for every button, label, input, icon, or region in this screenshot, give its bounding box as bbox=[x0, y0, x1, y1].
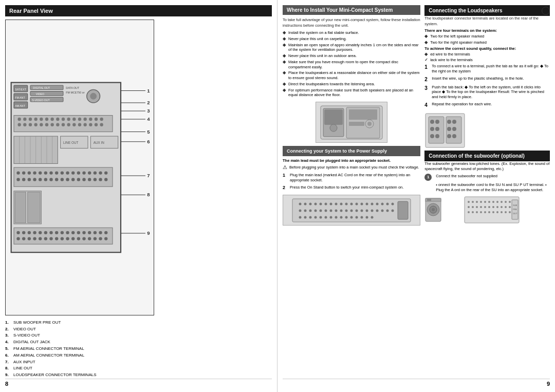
svg-point-69 bbox=[49, 171, 52, 174]
svg-point-247 bbox=[501, 201, 503, 203]
connect-achieve-text: To achieve the correct sound quality, co… bbox=[424, 46, 550, 51]
svg-point-90 bbox=[71, 178, 75, 181]
legend-item-6: 6. AM AERIAL CONNECTOR TERMINAL bbox=[5, 352, 154, 359]
bullet-8: ◆ For optimum performance make sure that… bbox=[283, 88, 420, 98]
svg-point-183 bbox=[304, 209, 307, 212]
svg-point-81 bbox=[22, 178, 25, 181]
svg-point-118 bbox=[16, 237, 20, 240]
svg-point-168 bbox=[325, 202, 327, 205]
svg-point-167 bbox=[320, 202, 322, 205]
power-step-2: 2 Press the On Stand button to switch yo… bbox=[283, 185, 420, 191]
power-warning: ⚠ Before plugging your system into a mai… bbox=[283, 165, 420, 170]
svg-point-24 bbox=[50, 118, 53, 121]
svg-point-102 bbox=[22, 231, 25, 234]
bullet-1: ◆ Install the system on a flat stable su… bbox=[283, 30, 420, 35]
svg-rect-100 bbox=[14, 228, 113, 244]
power-image-svg bbox=[290, 196, 413, 225]
diagram-column: SAT/EXT FM ANT AM ANT DIGITAL OUT VIDEO … bbox=[5, 20, 154, 379]
svg-point-191 bbox=[345, 209, 348, 212]
svg-point-269 bbox=[501, 211, 503, 213]
svg-point-211 bbox=[350, 216, 353, 218]
bullet-7: ◆ Direct the loudspeakers towards the li… bbox=[283, 82, 420, 87]
svg-point-185 bbox=[314, 209, 317, 212]
svg-point-261 bbox=[468, 211, 470, 213]
svg-point-161 bbox=[367, 122, 372, 126]
svg-rect-216 bbox=[398, 201, 408, 219]
svg-point-199 bbox=[386, 209, 389, 212]
svg-point-32 bbox=[95, 118, 98, 121]
svg-text:1: 1 bbox=[147, 88, 150, 94]
svg-point-106 bbox=[44, 231, 47, 234]
sub-step-2-spacer bbox=[424, 182, 434, 193]
svg-point-188 bbox=[330, 209, 332, 212]
subwoofer-conn-svg: SUB PRE OUT bbox=[464, 196, 520, 224]
connect-step-3: 3 Push the tab back: ◆ To the left on th… bbox=[424, 85, 550, 100]
svg-text:FM MCE750 or: FM MCE750 or bbox=[66, 91, 84, 94]
col-middle: Where to Install Your Mini-Compact Syste… bbox=[283, 5, 420, 379]
svg-point-80 bbox=[16, 178, 20, 181]
power-section-header: Connecting your System to the Power Supp… bbox=[283, 146, 420, 156]
svg-point-267 bbox=[492, 211, 494, 213]
svg-point-180 bbox=[386, 202, 389, 205]
svg-point-132 bbox=[94, 237, 97, 240]
svg-point-104 bbox=[33, 231, 36, 234]
svg-point-119 bbox=[22, 237, 25, 240]
svg-point-195 bbox=[366, 209, 368, 212]
svg-point-96 bbox=[104, 178, 107, 181]
svg-point-133 bbox=[99, 237, 102, 240]
svg-point-101 bbox=[16, 231, 20, 234]
svg-point-164 bbox=[304, 202, 307, 205]
svg-text:SAT/EXT: SAT/EXT bbox=[15, 88, 27, 91]
svg-point-37 bbox=[34, 123, 37, 126]
svg-point-94 bbox=[94, 178, 97, 181]
legend-item-8: 8. LINE OUT bbox=[5, 365, 154, 372]
legend-item-1: 1. SUB WOOFER PRE OUT bbox=[5, 320, 154, 326]
svg-point-124 bbox=[49, 237, 52, 240]
svg-point-262 bbox=[472, 211, 474, 213]
svg-point-212 bbox=[356, 216, 358, 218]
svg-point-221 bbox=[435, 120, 439, 124]
svg-rect-238 bbox=[465, 197, 519, 223]
svg-point-63 bbox=[16, 171, 20, 174]
connect-bullet-1: ◆ Two for the left speaker marked bbox=[424, 34, 550, 39]
warning-icon: ⚠ bbox=[283, 164, 287, 170]
svg-point-110 bbox=[66, 231, 69, 234]
svg-point-179 bbox=[381, 202, 384, 205]
svg-point-243 bbox=[484, 201, 486, 203]
svg-point-107 bbox=[49, 231, 52, 234]
svg-point-202 bbox=[304, 216, 307, 218]
svg-point-78 bbox=[99, 171, 102, 174]
svg-point-92 bbox=[82, 178, 85, 181]
svg-point-38 bbox=[40, 123, 43, 126]
svg-point-176 bbox=[366, 202, 368, 205]
bullet-2: ◆ Never place this unit on carpeting. bbox=[283, 36, 420, 42]
svg-point-265 bbox=[484, 211, 486, 213]
svg-point-29 bbox=[78, 118, 81, 121]
svg-point-165 bbox=[309, 202, 312, 205]
svg-point-73 bbox=[71, 171, 75, 174]
subwoofer-images: SUB PRE OUT bbox=[424, 196, 550, 224]
svg-point-42 bbox=[62, 123, 65, 126]
svg-point-252 bbox=[476, 206, 478, 208]
svg-point-255 bbox=[488, 206, 490, 208]
wire-bullet-1: ◆ ed wire to the terminals bbox=[424, 52, 550, 57]
svg-point-209 bbox=[340, 216, 343, 218]
svg-point-178 bbox=[376, 202, 379, 205]
sub-step-1-num: 1 bbox=[424, 174, 432, 181]
svg-rect-99 bbox=[28, 192, 41, 223]
svg-point-215 bbox=[371, 216, 374, 218]
circle-indicator-icon bbox=[542, 7, 550, 15]
svg-point-222 bbox=[447, 120, 451, 124]
svg-text:S-VIDEO OUT: S-VIDEO OUT bbox=[32, 99, 50, 102]
svg-point-173 bbox=[350, 202, 353, 205]
svg-rect-9 bbox=[30, 91, 63, 96]
speaker-terminal-images bbox=[424, 113, 550, 148]
page-footer-left: 8 bbox=[5, 379, 272, 387]
svg-point-72 bbox=[66, 171, 69, 174]
page-left: Rear Panel View SAT/EXT FM ANT bbox=[0, 0, 278, 392]
svg-point-127 bbox=[66, 237, 69, 240]
svg-text:7: 7 bbox=[147, 173, 150, 178]
svg-point-226 bbox=[447, 127, 451, 131]
svg-point-208 bbox=[335, 216, 338, 218]
svg-point-210 bbox=[345, 216, 348, 218]
